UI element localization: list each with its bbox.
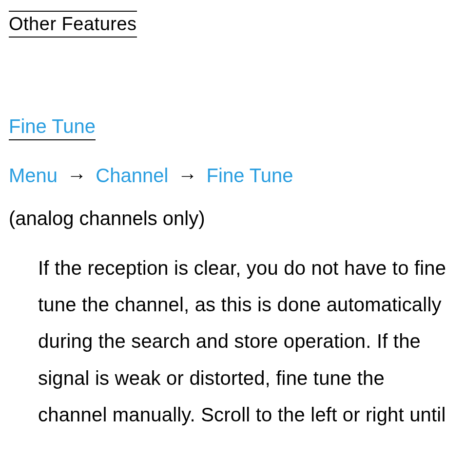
arrow-right-icon: → xyxy=(63,165,90,186)
nav-step-channel: Channel xyxy=(96,165,168,186)
feature-note: (analog channels only) xyxy=(9,208,456,229)
arrow-right-icon: → xyxy=(174,165,201,186)
feature-description: If the reception is clear, you do not ha… xyxy=(9,250,456,433)
nav-step-menu: Menu xyxy=(9,165,58,186)
section-header: Other Features xyxy=(9,11,137,38)
manual-page: Other Features Fine Tune Menu → Channel … xyxy=(0,0,465,433)
feature-title: Fine Tune xyxy=(9,115,96,140)
menu-path: Menu → Channel → Fine Tune xyxy=(9,163,456,188)
nav-step-finetune: Fine Tune xyxy=(207,165,293,186)
